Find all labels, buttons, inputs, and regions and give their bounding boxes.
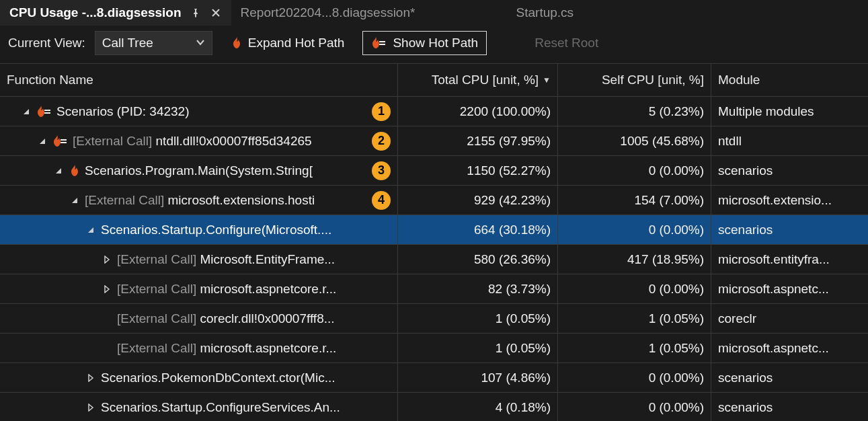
function-name: [External Call] microsoft.aspnetcore.r..… xyxy=(117,341,336,356)
reset-root-label: Reset Root xyxy=(535,36,598,50)
expand-hot-path-label: Expand Hot Path xyxy=(248,36,345,50)
show-hot-path-label: Show Hot Path xyxy=(393,36,478,50)
flame-icon xyxy=(231,36,243,50)
total-cpu-cell: 2155 (97.95%) xyxy=(398,126,558,155)
view-select-value: Call Tree xyxy=(102,36,153,50)
fn-cell: [External Call] Microsoft.EntityFrame... xyxy=(0,245,398,274)
self-cpu-cell: 1 (0.05%) xyxy=(558,334,711,362)
show-hot-path-button[interactable]: Show Hot Path xyxy=(362,31,487,55)
module-cell: scenarios xyxy=(711,215,868,244)
collapse-icon[interactable] xyxy=(52,165,65,177)
total-cpu-cell: 4 (0.18%) xyxy=(398,393,558,421)
flame-tail-icon xyxy=(52,135,69,148)
col-self-cpu[interactable]: Self CPU [unit, %] xyxy=(558,64,711,96)
flame-tail-icon xyxy=(371,36,387,50)
fn-cell: [External Call] microsoft.aspnetcore.r..… xyxy=(0,334,398,362)
collapse-icon[interactable] xyxy=(85,224,97,236)
table-row[interactable]: [External Call] microsoft.aspnetcore.r..… xyxy=(0,274,868,304)
call-tree-grid: Function Name Total CPU [unit, %] ▼ Self… xyxy=(0,63,868,421)
annotation-badge: 3 xyxy=(372,161,391,180)
table-row[interactable]: Scenarios.Startup.ConfigureServices.An..… xyxy=(0,393,868,421)
self-cpu-cell: 0 (0.00%) xyxy=(558,215,711,244)
table-row[interactable]: Scenarios.Program.Main(System.String[311… xyxy=(0,156,868,186)
fn-cell: [External Call] microsoft.aspnetcore.r..… xyxy=(0,274,398,303)
fn-cell: [External Call] coreclr.dll!0x00007fff8.… xyxy=(0,304,398,333)
flame-icon xyxy=(69,164,81,178)
annotation-badge: 2 xyxy=(372,132,391,151)
reset-root-button: Reset Root xyxy=(526,31,607,55)
annotation-badge: 1 xyxy=(372,102,391,121)
chevron-down-icon xyxy=(196,36,205,50)
fn-cell: Scenarios (PID: 34232)1 xyxy=(0,97,398,126)
fn-cell: Scenarios.Startup.Configure(Microsoft...… xyxy=(0,215,398,244)
tab-label: Startup.cs xyxy=(516,5,574,20)
flame-tail-icon xyxy=(36,105,52,118)
annotation-badge: 4 xyxy=(372,191,391,210)
fn-cell: Scenarios.Program.Main(System.String[3 xyxy=(0,156,398,185)
tab-label: CPU Usage -...8.diagsession xyxy=(9,5,182,20)
table-row[interactable]: [External Call] ntdll.dll!0x00007ff85d34… xyxy=(0,126,868,156)
tab-label: Report202204...8.diagsession* xyxy=(241,5,416,20)
function-name: Scenarios.PokemonDbContext.ctor(Mic... xyxy=(101,371,335,385)
col-total-cpu[interactable]: Total CPU [unit, %] ▼ xyxy=(398,64,558,96)
collapse-icon[interactable] xyxy=(20,106,32,118)
view-select[interactable]: Call Tree xyxy=(95,31,212,55)
col-function-name[interactable]: Function Name xyxy=(0,64,398,96)
table-row[interactable]: [External Call] microsoft.aspnetcore.r..… xyxy=(0,334,868,363)
fn-cell: Scenarios.PokemonDbContext.ctor(Mic... xyxy=(0,363,398,392)
function-name: [External Call] microsoft.aspnetcore.r..… xyxy=(117,282,336,297)
sort-desc-icon: ▼ xyxy=(543,75,551,85)
tab-report[interactable]: Report202204...8.diagsession* xyxy=(231,0,507,26)
table-row[interactable]: Scenarios (PID: 34232)12200 (100.00%)5 (… xyxy=(0,97,868,126)
function-name: [External Call] coreclr.dll!0x00007fff8.… xyxy=(117,311,335,326)
module-cell: microsoft.aspnetc... xyxy=(711,274,868,303)
table-row[interactable]: [External Call] microsoft.extensions.hos… xyxy=(0,186,868,215)
function-name: Scenarios.Program.Main(System.String[ xyxy=(85,163,313,178)
module-cell: microsoft.aspnetc... xyxy=(711,334,868,362)
function-name: Scenarios.Startup.Configure(Microsoft...… xyxy=(101,223,331,237)
expand-icon[interactable] xyxy=(85,401,97,414)
module-cell: scenarios xyxy=(711,156,868,185)
total-cpu-cell: 107 (4.86%) xyxy=(398,363,558,392)
module-cell: scenarios xyxy=(711,393,868,421)
table-row[interactable]: Scenarios.PokemonDbContext.ctor(Mic...10… xyxy=(0,363,868,393)
total-cpu-cell: 580 (26.36%) xyxy=(398,245,558,274)
table-row[interactable]: Scenarios.Startup.Configure(Microsoft...… xyxy=(0,215,868,245)
expand-icon[interactable] xyxy=(85,372,97,384)
fn-cell: [External Call] ntdll.dll!0x00007ff85d34… xyxy=(0,126,398,155)
expand-hot-path-button[interactable]: Expand Hot Path xyxy=(222,31,354,55)
self-cpu-cell: 1 (0.05%) xyxy=(558,304,711,333)
self-cpu-cell: 0 (0.00%) xyxy=(558,274,711,303)
total-cpu-cell: 664 (30.18%) xyxy=(398,215,558,244)
pin-icon[interactable] xyxy=(190,7,202,19)
collapse-icon[interactable] xyxy=(69,194,81,206)
total-cpu-cell: 1 (0.05%) xyxy=(398,304,558,333)
self-cpu-cell: 0 (0.00%) xyxy=(558,363,711,392)
tab-startup[interactable]: Startup.cs xyxy=(507,0,584,26)
expand-icon[interactable] xyxy=(101,283,113,295)
table-row[interactable]: [External Call] coreclr.dll!0x00007fff8.… xyxy=(0,304,868,334)
tab-cpu-usage[interactable]: CPU Usage -...8.diagsession xyxy=(0,0,231,26)
function-name: [External Call] microsoft.extensions.hos… xyxy=(85,193,315,208)
module-cell: coreclr xyxy=(711,304,868,333)
module-cell: microsoft.extensio... xyxy=(711,186,868,215)
total-cpu-cell: 2200 (100.00%) xyxy=(398,97,558,126)
function-name: [External Call] Microsoft.EntityFrame... xyxy=(117,252,335,267)
collapse-icon[interactable] xyxy=(36,135,48,147)
module-cell: microsoft.entityfra... xyxy=(711,245,868,274)
self-cpu-cell: 154 (7.00%) xyxy=(558,186,711,215)
close-icon[interactable] xyxy=(210,7,222,19)
fn-cell: Scenarios.Startup.ConfigureServices.An..… xyxy=(0,393,398,421)
expander-spacer xyxy=(101,313,113,325)
fn-cell: [External Call] microsoft.extensions.hos… xyxy=(0,186,398,215)
expand-icon[interactable] xyxy=(101,254,113,266)
self-cpu-cell: 5 (0.23%) xyxy=(558,97,711,126)
function-name: Scenarios.Startup.ConfigureServices.An..… xyxy=(101,400,340,415)
module-cell: ntdll xyxy=(711,126,868,155)
module-cell: scenarios xyxy=(711,363,868,392)
table-row[interactable]: [External Call] Microsoft.EntityFrame...… xyxy=(0,245,868,274)
self-cpu-cell: 0 (0.00%) xyxy=(558,156,711,185)
grid-header: Function Name Total CPU [unit, %] ▼ Self… xyxy=(0,63,868,97)
col-module[interactable]: Module xyxy=(711,64,868,96)
total-cpu-cell: 929 (42.23%) xyxy=(398,186,558,215)
